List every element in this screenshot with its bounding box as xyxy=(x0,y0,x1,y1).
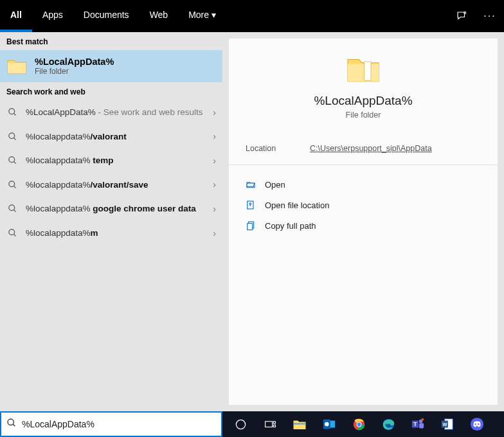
svg-point-15 xyxy=(249,203,251,205)
tab-apps[interactable]: Apps xyxy=(32,0,73,32)
result-text: %localappdata%/valorant/save xyxy=(26,179,205,191)
location-link[interactable]: C:\Users\erpsupport_sipl\AppData xyxy=(310,144,432,153)
web-result[interactable]: %localappdata% temp › xyxy=(0,148,222,173)
taskbar-chrome[interactable] xyxy=(345,411,373,437)
search-input[interactable] xyxy=(22,419,216,429)
taskbar-cortana[interactable] xyxy=(226,411,255,437)
taskbar-outlook[interactable] xyxy=(315,411,343,437)
open-location-icon xyxy=(246,200,256,210)
search-icon xyxy=(6,132,18,141)
svg-point-18 xyxy=(8,419,14,425)
svg-line-2 xyxy=(14,114,15,116)
taskbar-word[interactable]: W xyxy=(433,411,462,437)
svg-line-19 xyxy=(13,424,15,426)
best-match-subtitle: File folder xyxy=(35,67,114,76)
chevron-right-icon[interactable]: › xyxy=(213,131,216,141)
svg-rect-21 xyxy=(265,421,272,427)
best-match-result[interactable]: %LocalAppData% File folder xyxy=(0,50,222,82)
svg-rect-13 xyxy=(364,62,371,80)
open-icon xyxy=(246,179,256,190)
action-open-location-label: Open file location xyxy=(265,201,329,210)
svg-point-27 xyxy=(325,422,328,426)
result-text: %localappdata%/valorant xyxy=(26,131,205,143)
svg-line-10 xyxy=(14,210,15,212)
result-text: %localappdata%m xyxy=(26,227,205,239)
svg-point-0 xyxy=(464,12,466,13)
result-text: %localappdata% temp xyxy=(26,155,205,166)
search-icon xyxy=(6,228,18,238)
taskbar-taskview[interactable] xyxy=(256,411,284,437)
chevron-right-icon[interactable]: › xyxy=(213,179,216,190)
svg-point-5 xyxy=(8,157,14,163)
web-result[interactable]: %localappdata%/valorant › xyxy=(0,125,222,149)
web-result[interactable]: %LocalAppData% - See work and web result… xyxy=(0,100,222,125)
search-icon xyxy=(6,156,18,165)
taskbar: T W xyxy=(222,411,504,437)
svg-point-3 xyxy=(8,133,14,139)
feedback-icon[interactable] xyxy=(447,0,476,32)
search-web-header: Search work and web xyxy=(0,82,222,100)
options-icon[interactable]: ··· xyxy=(476,0,504,32)
web-result[interactable]: %localappdata%/valorant/save › xyxy=(0,173,222,197)
svg-line-6 xyxy=(14,162,15,164)
chevron-right-icon[interactable]: › xyxy=(213,107,216,118)
svg-point-1 xyxy=(8,109,14,114)
svg-rect-23 xyxy=(273,425,275,427)
best-match-header: Best match xyxy=(0,32,222,50)
taskbar-edge[interactable] xyxy=(374,411,402,437)
svg-rect-17 xyxy=(248,224,253,230)
tab-more[interactable]: More ▾ xyxy=(178,0,226,32)
svg-rect-22 xyxy=(273,421,275,423)
action-copy-path-label: Copy full path xyxy=(265,221,316,231)
location-row: Location C:\Users\erpsupport_sipl\AppDat… xyxy=(229,132,498,165)
svg-point-42 xyxy=(478,424,479,425)
chevron-down-icon: ▾ xyxy=(212,10,216,20)
search-icon xyxy=(6,107,18,117)
best-match-title: %LocalAppData% xyxy=(35,57,114,67)
preview-title: %LocalAppData% xyxy=(314,94,412,108)
action-copy-path[interactable]: Copy full path xyxy=(243,215,483,236)
folder-icon xyxy=(345,54,381,85)
taskbar-explorer[interactable] xyxy=(285,411,314,437)
tab-more-label: More xyxy=(188,10,209,20)
chevron-right-icon[interactable]: › xyxy=(213,204,216,214)
action-open-location[interactable]: Open file location xyxy=(243,195,483,215)
svg-point-41 xyxy=(475,424,476,425)
taskbar-discord[interactable] xyxy=(463,411,491,437)
action-open[interactable]: Open xyxy=(243,174,483,195)
svg-rect-26 xyxy=(330,421,335,428)
actions-list: Open Open file location Copy full path xyxy=(229,165,498,245)
folder-icon xyxy=(6,57,27,75)
svg-rect-24 xyxy=(294,423,306,424)
taskbar-teams[interactable]: T xyxy=(404,411,432,437)
result-text: %localappdata% google chrome user data xyxy=(26,203,205,215)
svg-point-36 xyxy=(421,418,424,421)
copy-icon xyxy=(246,220,256,231)
search-icon xyxy=(6,418,17,431)
svg-text:T: T xyxy=(413,422,417,427)
svg-point-9 xyxy=(8,205,14,211)
svg-point-7 xyxy=(8,181,14,187)
search-scope-tabs: All Apps Documents Web More ▾ ··· xyxy=(0,0,504,32)
preview-panel: %LocalAppData% File folder Location C:\U… xyxy=(229,39,498,405)
svg-rect-35 xyxy=(419,423,424,428)
tab-web[interactable]: Web xyxy=(140,0,179,32)
preview-subtitle: File folder xyxy=(346,111,381,120)
svg-point-11 xyxy=(8,229,14,235)
search-bar[interactable] xyxy=(0,411,222,437)
tab-all[interactable]: All xyxy=(0,0,32,32)
location-label: Location xyxy=(246,144,310,153)
action-open-label: Open xyxy=(265,180,285,190)
search-icon xyxy=(6,204,18,213)
svg-line-4 xyxy=(14,138,15,139)
svg-line-12 xyxy=(14,234,15,236)
chevron-right-icon[interactable]: › xyxy=(213,228,216,238)
web-result[interactable]: %localappdata%m › xyxy=(0,221,222,245)
web-result[interactable]: %localappdata% google chrome user data › xyxy=(0,197,222,221)
svg-line-8 xyxy=(14,186,15,188)
tab-documents[interactable]: Documents xyxy=(73,0,140,32)
chevron-right-icon[interactable]: › xyxy=(213,156,216,166)
results-panel: Best match %LocalAppData% File folder Se… xyxy=(0,32,222,411)
result-text: %LocalAppData% - See work and web result… xyxy=(26,107,205,118)
search-icon xyxy=(6,180,18,190)
